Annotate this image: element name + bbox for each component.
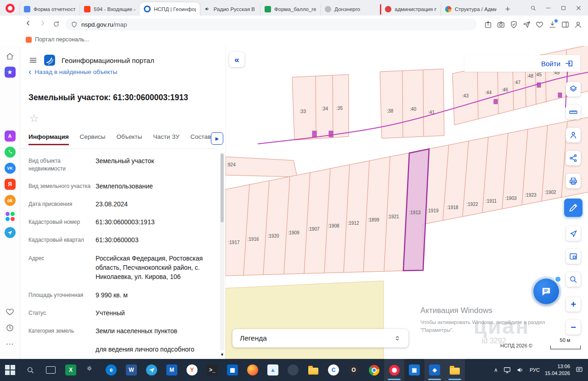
sidebar-vk-icon[interactable]: VK [4,162,17,175]
parcel-label[interactable]: :46 [502,87,508,92]
taskbar-photos-button[interactable]: ▣ [404,359,424,381]
parcel-label[interactable]: :47 [514,80,520,85]
parcel-label[interactable]: :1899 [368,217,379,222]
tab-audio-icon[interactable] [204,6,210,12]
display-icon[interactable] [503,366,511,374]
camera-icon[interactable] [497,20,505,29]
parcel-label[interactable]: :34 [322,106,328,111]
taskbar-search-button[interactable] [20,359,40,381]
parcel-label[interactable]: :1908 [328,223,339,228]
taskbar-telegram-button[interactable] [141,359,162,381]
scrollbar-thumb[interactable] [220,154,224,222]
parcel-block-upper-middle[interactable] [380,69,444,138]
download-icon[interactable] [548,20,557,29]
collapse-panel-button[interactable] [229,52,244,67]
parcel-label[interactable]: :1918 [447,205,458,210]
zoom-in-tool[interactable]: + [566,297,581,312]
url-field[interactable]: nspd.gov.ru/map [65,18,477,30]
taskbar-word-button[interactable]: W [121,359,141,381]
browser-tab[interactable]: Донэнерго [320,2,380,16]
parcel-label[interactable]: :1909 [288,230,299,235]
taskbar-start-button[interactable] [0,359,20,381]
parcel-label[interactable]: :35 [336,106,343,111]
reload-button[interactable] [52,20,60,28]
parcel-label[interactable]: :1912 [347,221,359,226]
map-search-tool[interactable] [566,272,581,287]
sidebar-speed-dial-icon[interactable]: ★ [4,66,17,79]
sidebar-whatsapp-icon[interactable] [4,146,17,159]
taskbar-obs-button[interactable]: O [344,359,364,381]
parcel-label[interactable]: :924 [226,162,235,167]
print-tool[interactable] [566,174,581,188]
parcel-label[interactable]: :1921 [387,214,399,219]
taskbar-mail-button[interactable]: M [162,359,182,381]
sidebar-telegram-icon[interactable] [4,226,17,239]
sidebar-history-icon[interactable] [4,321,17,334]
taskbar-excel-button[interactable]: X [61,359,81,381]
heart-icon[interactable] [535,20,544,29]
layers-tool[interactable] [566,82,581,97]
forward-button[interactable] [37,17,49,29]
sidebar-more-icon[interactable]: ⋯ [4,337,17,350]
parcel-label[interactable]: :33 [300,109,306,114]
taskbar-edge-button[interactable]: e [101,359,121,381]
parcel-label[interactable]: :40 [410,107,416,112]
parcel-label[interactable]: :1923 [525,193,536,198]
parcel-label[interactable]: :1907 [308,227,319,232]
paper-plane-icon[interactable] [522,20,531,29]
sidebar-yandex-icon[interactable]: Я [4,178,17,191]
sidebar-ok-icon[interactable]: ok [4,194,17,207]
scroll-down-button[interactable] [219,352,225,359]
site-security-icon[interactable] [71,21,78,28]
maximize-button[interactable] [556,0,571,16]
browser-tab[interactable]: Структура / Админи [441,2,501,16]
ruler-tool[interactable] [566,105,581,119]
taskbar-explorer-button[interactable] [445,359,465,381]
taskbar-blue-app-button[interactable]: ▦ [222,359,243,381]
map-area[interactable]: :1917:1916:1920:1909:1907:1908:1912:1899… [225,46,588,359]
sidebar-favorites-icon[interactable] [4,305,17,318]
chat-fab-button[interactable] [533,279,559,304]
nspd-logo-icon[interactable] [44,54,56,66]
parcel-label[interactable]: :1920 [267,233,279,239]
tab-части-зу[interactable]: Части ЗУ [153,133,179,145]
panel-scrollbar[interactable] [220,153,224,351]
browser-tab[interactable]: Форма отчетности п [19,2,79,16]
parcel-label[interactable]: :44 [485,90,492,95]
login-bar[interactable]: Войти [464,55,580,72]
tab-информация[interactable]: Информация [28,133,69,145]
parcel-label[interactable]: :1922 [466,202,478,207]
new-tab-button[interactable] [501,2,514,16]
taskbar-settings-button[interactable] [81,359,101,381]
parcel-label[interactable]: :1917 [228,240,239,245]
browser-tab[interactable]: НСПД | Геоинформацион [140,2,200,16]
taskbar-steam-button[interactable] [283,359,303,381]
taskbar-yandex-button[interactable]: Y [182,359,202,381]
browser-tab[interactable]: 594 - Входящие — Я [79,2,140,16]
sidebar-aria-icon[interactable]: A [4,130,17,142]
parcel-label[interactable]: :45 [535,72,542,77]
parcel-label[interactable]: :1913 [409,210,420,215]
tab-сервисы[interactable]: Сервисы [80,133,106,145]
favorite-star-button[interactable] [29,112,39,125]
close-button[interactable] [571,0,586,16]
taskbar-media-button[interactable]: ▲ [263,359,283,381]
taskbar-terminal-button[interactable]: >_ [202,359,222,381]
parcel-924[interactable] [226,157,297,177]
overview-tool[interactable] [566,249,581,264]
volume-icon[interactable] [516,366,525,374]
taskbar-c-app-button[interactable]: C [323,359,344,381]
tab-состав[interactable]: Состав [191,133,211,145]
parcel-label[interactable]: :1911 [486,199,497,204]
menu-button[interactable] [28,56,38,65]
sidebar-home-icon[interactable] [4,50,17,63]
opera-logo-icon[interactable] [6,4,15,13]
browser-tab[interactable]: администрация пес [380,2,441,16]
notification-center-button[interactable] [575,366,583,374]
identify-tool[interactable] [566,128,581,142]
browser-tab[interactable]: Радио Русская В [200,2,260,16]
parcel-label[interactable]: :1903 [505,196,516,201]
profile-icon[interactable] [574,20,582,29]
parcel-label[interactable]: :1916 [247,237,259,242]
tabs-next-button[interactable] [211,132,223,145]
